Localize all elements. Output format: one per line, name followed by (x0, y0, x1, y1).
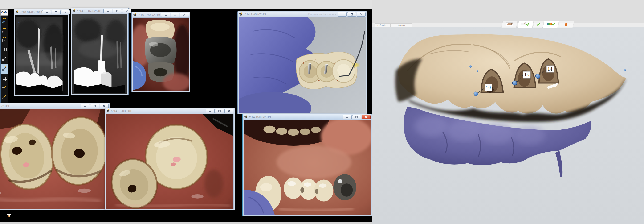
split-compare-button[interactable] (1, 45, 8, 55)
image-window-model-segment: n°14 15/03/2019 Capture rectangulaire (238, 11, 367, 114)
close-icon (227, 110, 230, 112)
discard-image-button[interactable] (1, 35, 8, 45)
minimize-icon (340, 13, 344, 16)
implant-marker-16[interactable] (474, 92, 478, 96)
window-titlebar[interactable]: n°14 15/03/2019 Capture rectangulaire (238, 12, 366, 17)
window-titlebar[interactable]: n°16 04/03/2019 (14, 10, 68, 15)
minimize-button[interactable] (338, 12, 347, 17)
close-icon (360, 13, 363, 16)
minimize-button[interactable] (104, 9, 112, 13)
maximize-icon (350, 13, 353, 16)
minimize-icon (208, 110, 212, 112)
image-window-photo-16: n°16 07/02/2019 (132, 12, 190, 92)
close-button[interactable] (122, 9, 131, 13)
capture-mode-label: Capture rectangulaire (308, 13, 338, 16)
window-title: /2019 (2, 104, 9, 108)
minimize-icon (346, 116, 349, 118)
rotate-180-icon: 180° (2, 17, 7, 24)
capture-edit-button[interactable] (1, 64, 8, 74)
rotate-90-button[interactable]: 90° (1, 26, 8, 35)
send-to-edit-icon (2, 56, 7, 63)
macro-photo (0, 109, 109, 209)
minimize-icon (164, 14, 167, 16)
expand-selection-icon (2, 85, 7, 92)
close-button[interactable] (224, 109, 234, 113)
close-icon (125, 10, 128, 12)
xray-image: R (15, 15, 68, 95)
window-title: n°16 04/03/2019 (20, 11, 42, 14)
3d-model-canvas[interactable]: 16 15 14 (372, 0, 644, 224)
camera-icon (72, 9, 76, 13)
close-button[interactable] (357, 12, 366, 17)
camera-icon (239, 13, 242, 16)
maximize-button[interactable] (352, 115, 361, 119)
window-titlebar[interactable]: n°14 15/03/2019 (106, 108, 234, 114)
window-title: n°14 15/03/2019 (248, 116, 271, 119)
intraoral-photo (244, 120, 371, 215)
rotate-90-icon: 90° (2, 27, 7, 34)
close-icon (64, 11, 67, 14)
image-window-xray-16: n°16 04/03/2019 (14, 9, 69, 96)
implant-marker-14[interactable] (536, 74, 540, 79)
image-window-active: n°14 15/03/2019 (242, 114, 372, 216)
upper-jaw-model (398, 34, 626, 113)
camera-icon (133, 13, 136, 17)
capture-edit-icon (2, 65, 7, 72)
rotate-180-button[interactable]: 180° (1, 16, 8, 26)
window-title: n°16 07/02/2019 (138, 13, 160, 17)
maximize-button[interactable] (90, 104, 99, 108)
minimize-icon (45, 11, 48, 14)
window-titlebar[interactable]: n°14 15/03/2019 (243, 114, 371, 120)
close-button[interactable] (362, 115, 370, 119)
window-titlebar[interactable]: n°14 15 07/02/2019 (71, 8, 128, 14)
implant-marker-15[interactable] (512, 81, 517, 85)
crop-button[interactable] (1, 74, 8, 84)
cam-toolbar: CAM 180° 90° (0, 10, 8, 103)
window-title: n°14 15/03/2019 (111, 109, 133, 113)
maximize-button[interactable] (113, 9, 122, 13)
minimize-button[interactable] (343, 115, 352, 119)
top-strip (0, 0, 372, 9)
close-button[interactable] (100, 104, 108, 108)
window-titlebar[interactable]: /2019 (0, 103, 109, 109)
tooth-label-14: 14 (546, 66, 554, 72)
close-icon (364, 116, 368, 118)
svg-text:16: 16 (486, 85, 491, 90)
svg-text:90°: 90° (2, 30, 5, 33)
minimize-button[interactable] (206, 109, 214, 113)
minimize-button[interactable] (161, 13, 170, 17)
maximize-icon (93, 105, 96, 107)
minimize-button[interactable] (81, 104, 90, 108)
film-orientation-label: R (18, 21, 19, 24)
maximize-button[interactable] (347, 12, 356, 17)
minimize-icon (106, 10, 110, 12)
maximize-button[interactable] (215, 109, 224, 113)
maximize-icon (218, 110, 221, 112)
minimize-button[interactable] (42, 10, 51, 14)
glove-model-photo (238, 17, 366, 113)
maximize-button[interactable] (52, 10, 60, 14)
maximize-icon (355, 116, 358, 118)
cam-tools: 180° 90° (0, 16, 8, 103)
bottom-strip (0, 222, 372, 224)
split-compare-icon (2, 46, 7, 53)
close-button[interactable] (61, 10, 70, 14)
cam-tab[interactable]: CAM (0, 10, 8, 16)
send-to-edit-button[interactable] (1, 55, 8, 64)
app-root: CAM 180° 90° (0, 0, 644, 224)
maximize-button[interactable] (170, 13, 180, 17)
minimize-icon (84, 105, 87, 107)
maximize-icon (173, 14, 177, 16)
crop-icon (2, 75, 7, 82)
discard-image-icon (2, 36, 7, 43)
expand-selection-button[interactable] (1, 84, 8, 93)
paint-icon (2, 94, 7, 101)
image-window-macro-left: /2019 (0, 103, 110, 210)
close-icon (183, 14, 186, 16)
close-icon (102, 105, 106, 107)
paint-button[interactable] (1, 93, 8, 103)
window-titlebar[interactable]: n°16 07/02/2019 (132, 12, 190, 18)
intraoral-photo (132, 18, 189, 91)
xray-image (72, 14, 128, 94)
close-button[interactable] (180, 13, 189, 17)
